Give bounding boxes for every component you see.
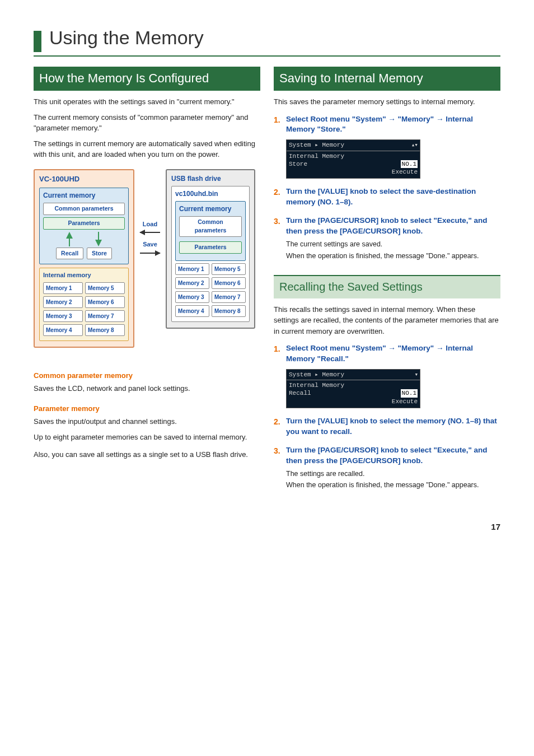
- file-name: vc100uhd.bin: [175, 189, 246, 199]
- memory-slot: Memory 1: [43, 282, 83, 294]
- page-title: Using the Memory: [49, 24, 204, 52]
- load-save-arrows: Load Save: [140, 169, 160, 258]
- memory-slot: Memory 7: [212, 291, 246, 303]
- save-step-3: Turn the [PAGE/CURSOR] knob to select "E…: [286, 216, 500, 237]
- memory-slot: Memory 6: [85, 296, 125, 308]
- pm-heading: Parameter memory: [34, 403, 260, 414]
- vc-box: VC-100UHD Current memory Common paramete…: [34, 169, 134, 348]
- page-title-block: Using the Memory: [34, 20, 500, 57]
- arrow-right-icon: [140, 253, 160, 254]
- save-step-3a: The current settings are saved.: [286, 239, 500, 250]
- memory-slot: Memory 5: [212, 263, 246, 275]
- memory-slot: Memory 4: [43, 324, 83, 336]
- memory-slot: Memory 8: [85, 324, 125, 336]
- file-box: vc100uhd.bin Current memory Common param…: [171, 186, 250, 322]
- recall-intro: This recalls the settings saved in inter…: [274, 304, 500, 337]
- memory-slot: Memory 1: [175, 263, 209, 275]
- save-step-2: Turn the [VALUE] knob to select the save…: [286, 186, 500, 208]
- memory-slot: Memory 7: [85, 310, 125, 322]
- memory-slot: Memory 4: [175, 305, 209, 317]
- intro-p3: The settings in current memory are autom…: [34, 138, 260, 160]
- recall-step-3b: When the operation is finished, the mess…: [286, 480, 500, 491]
- lcd-screenshot-store: System ▸ Memory▴▾ Internal Memory StoreN…: [286, 139, 420, 179]
- cpm-heading: Common parameter memory: [34, 370, 260, 381]
- lcd-value-highlight: NO.1: [401, 160, 418, 168]
- save-intro: This saves the parameter memory settings…: [274, 96, 500, 108]
- memory-slot: Memory 8: [212, 305, 246, 317]
- memory-slot: Memory 6: [212, 277, 246, 289]
- parameters-chip: Parameters: [43, 217, 125, 230]
- save-step-1: Select Root menu "System" → "Memory" → I…: [286, 114, 500, 136]
- memory-diagram: VC-100UHD Current memory Common paramete…: [34, 169, 260, 348]
- recall-store-arrows: [43, 232, 125, 246]
- common-parameters-chip: Common parameters: [43, 203, 125, 215]
- memory-slot: Memory 3: [43, 310, 83, 322]
- recall-step-3: Turn the [PAGE/CURSOR] knob to select "E…: [286, 445, 500, 466]
- usb-current-memory: Current memory Common parameters Paramet…: [175, 201, 246, 261]
- cpm-body: Saves the LCD, network and panel lock se…: [34, 383, 260, 394]
- vc-title: VC-100UHD: [39, 174, 129, 185]
- intro-p2: The current memory consists of "common p…: [34, 112, 260, 134]
- arrow-left-icon: [140, 232, 160, 233]
- load-label: Load: [143, 220, 157, 229]
- pm-body-3: Also, you can save all settings as a sin…: [34, 449, 260, 460]
- current-memory-title: Current memory: [43, 190, 125, 200]
- recall-step-1: Select Root menu "System" → "Memory" → I…: [286, 343, 500, 365]
- right-column: Saving to Internal Memory This saves the…: [274, 67, 500, 498]
- current-memory-box: Current memory Common parameters Paramet…: [39, 188, 129, 264]
- recall-chip: Recall: [56, 248, 83, 260]
- save-step-3b: When the operation is finished, the mess…: [286, 251, 500, 262]
- memory-slot: Memory 2: [175, 277, 209, 289]
- internal-memory-box: Internal memory Memory 1 Memory 5 Memory…: [39, 268, 129, 341]
- scroll-indicator-icon: ▾: [414, 371, 418, 379]
- pm-body-1: Saves the input/output and channel setti…: [34, 416, 260, 427]
- page-number: 17: [34, 521, 500, 534]
- section-heading-recall: Recalling the Saved Settings: [274, 275, 500, 298]
- pm-body-2: Up to eight parameter memories can be sa…: [34, 432, 260, 443]
- recall-step-2: Turn the [VALUE] knob to select the memo…: [286, 416, 500, 437]
- lcd-value-highlight: NO.1: [401, 389, 418, 397]
- title-accent-bar: [34, 31, 41, 52]
- save-steps: Select Root menu "System" → "Memory" → I…: [274, 114, 500, 262]
- memory-slot: Memory 2: [43, 296, 83, 308]
- recall-steps: Select Root menu "System" → "Memory" → I…: [274, 343, 500, 491]
- section-heading-save: Saving to Internal Memory: [274, 67, 500, 91]
- lcd-screenshot-recall: System ▸ Memory▾ Internal Memory RecallN…: [286, 369, 420, 408]
- memory-slot: Memory 3: [175, 291, 209, 303]
- save-label: Save: [143, 240, 157, 249]
- scroll-indicator-icon: ▴▾: [411, 141, 418, 149]
- usb-box: USB flash drive vc100uhd.bin Current mem…: [166, 169, 255, 329]
- intro-p1: This unit operates with the settings sav…: [34, 96, 260, 108]
- section-heading-config: How the Memory Is Configured: [34, 67, 260, 91]
- usb-title: USB flash drive: [171, 174, 250, 184]
- store-chip: Store: [87, 248, 112, 260]
- memory-slot: Memory 5: [85, 282, 125, 294]
- left-column: How the Memory Is Configured This unit o…: [34, 67, 260, 498]
- recall-step-3a: The settings are recalled.: [286, 469, 500, 479]
- internal-memory-title: Internal memory: [43, 270, 125, 280]
